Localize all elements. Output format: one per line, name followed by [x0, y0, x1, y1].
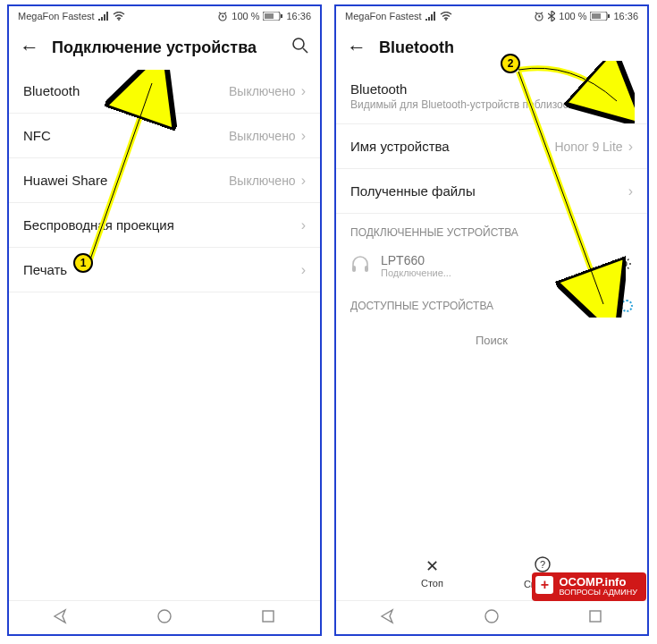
signal-icon	[98, 12, 109, 21]
chevron-right-icon: ›	[301, 128, 306, 144]
svg-point-0	[118, 19, 120, 21]
nav-home-icon[interactable]	[156, 608, 173, 628]
device-name: LPT660	[381, 253, 451, 267]
clock: 16:36	[286, 11, 311, 21]
row-nfc[interactable]: NFC Выключено›	[9, 114, 320, 158]
gear-icon[interactable]	[615, 255, 633, 277]
chevron-right-icon: ›	[628, 139, 633, 155]
close-icon: ✕	[425, 556, 439, 576]
header: ← Bluetooth	[336, 26, 647, 69]
battery-icon	[263, 12, 282, 21]
clock: 16:36	[613, 11, 638, 21]
svg-rect-11	[608, 14, 610, 18]
stop-button[interactable]: ✕ Стоп	[421, 556, 443, 589]
row-bluetooth[interactable]: Bluetooth Выключено›	[9, 69, 320, 114]
svg-rect-14	[365, 266, 368, 272]
svg-rect-19	[590, 611, 601, 622]
svg-rect-4	[265, 13, 274, 19]
search-icon[interactable]	[291, 37, 309, 59]
carrier-label: MegaFon Fastest	[345, 11, 422, 21]
bluetooth-icon	[548, 11, 555, 21]
available-devices-header: ДОСТУПНЫЕ УСТРОЙСТВА	[336, 287, 647, 318]
svg-rect-12	[592, 13, 601, 19]
signal-icon	[425, 12, 436, 21]
page-title: Bluetooth	[379, 38, 636, 57]
svg-point-15	[621, 261, 627, 267]
connected-devices-header: ПОДКЛЮЧЕННЫЕ УСТРОЙСТВА	[336, 214, 647, 244]
bluetooth-toggle[interactable]	[597, 88, 633, 106]
nav-back-icon[interactable]	[53, 608, 69, 628]
spinner-icon	[620, 300, 633, 312]
svg-point-6	[158, 610, 171, 623]
back-icon[interactable]: ←	[347, 36, 366, 59]
svg-point-18	[485, 610, 498, 623]
svg-rect-13	[352, 266, 356, 272]
nav-home-icon[interactable]	[484, 608, 500, 628]
back-icon[interactable]: ←	[20, 36, 39, 59]
carrier-label: MegaFon Fastest	[18, 11, 95, 21]
alarm-icon	[217, 11, 228, 21]
svg-text:?: ?	[540, 559, 545, 570]
svg-point-8	[445, 19, 447, 21]
status-bar: MegaFon Fastest 100 % 16:36	[336, 6, 647, 26]
battery-icon	[590, 12, 610, 21]
nav-bar	[336, 600, 647, 634]
wifi-icon	[113, 12, 125, 21]
row-received-files[interactable]: Полученные файлы ›	[336, 169, 647, 214]
svg-rect-7	[263, 611, 274, 622]
device-row[interactable]: LPT660 Подключение...	[336, 244, 647, 287]
chevron-right-icon: ›	[301, 83, 306, 99]
battery-pct: 100 %	[559, 11, 586, 21]
alarm-icon	[534, 11, 544, 21]
searching-label: Поиск	[336, 318, 647, 363]
phone-left: MegaFon Fastest 100 % 16:36 ← Подключени…	[7, 4, 322, 636]
nav-recent-icon[interactable]	[260, 608, 276, 628]
headphones-icon	[350, 254, 370, 277]
row-print[interactable]: Печать ›	[9, 248, 320, 292]
chevron-right-icon: ›	[301, 217, 306, 233]
status-bar: MegaFon Fastest 100 % 16:36	[9, 6, 320, 26]
row-bluetooth-toggle: Bluetooth Видимый для Bluetooth-устройст…	[336, 69, 647, 124]
row-wireless-projection[interactable]: Беспроводная проекция ›	[9, 203, 320, 248]
chevron-right-icon: ›	[301, 262, 306, 278]
nav-back-icon[interactable]	[380, 608, 396, 628]
svg-rect-3	[281, 14, 282, 18]
device-status: Подключение...	[381, 267, 451, 278]
row-huawei-share[interactable]: Huawei Share Выключено›	[9, 158, 320, 203]
watermark: + OCOMP.info ВОПРОСЫ АДМИНУ	[532, 572, 646, 601]
nav-bar	[9, 600, 320, 634]
plus-icon: +	[535, 576, 553, 594]
row-device-name[interactable]: Имя устройства Honor 9 Lite›	[336, 124, 647, 169]
chevron-right-icon: ›	[628, 183, 633, 199]
page-title: Подключение устройства	[52, 38, 279, 57]
svg-point-5	[293, 38, 304, 49]
header: ← Подключение устройства	[9, 26, 320, 69]
wifi-icon	[440, 12, 452, 21]
battery-pct: 100 %	[232, 11, 259, 21]
chevron-right-icon: ›	[301, 173, 306, 189]
nav-recent-icon[interactable]	[587, 608, 603, 628]
phone-right: MegaFon Fastest 100 % 16:36 ← Bluetooth	[334, 4, 649, 636]
